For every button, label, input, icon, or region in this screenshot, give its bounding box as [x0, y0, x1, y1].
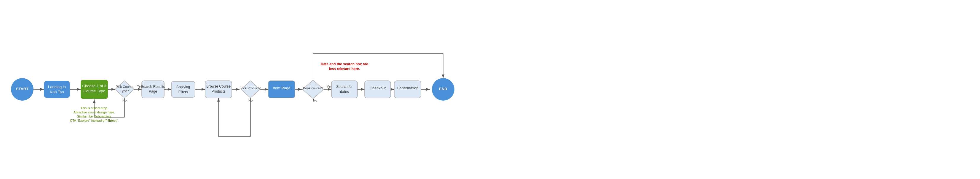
checkout-label: Checkout — [370, 86, 386, 90]
choose-label-2: Course Type — [83, 89, 105, 93]
browse-course-label-2: Products — [212, 90, 225, 94]
annotation-green-line4: CTA "Explore" instead of "Select". — [70, 119, 119, 122]
flowchart-diagram: START Landing in Koh Tao Choose 1 of 3 C… — [0, 0, 980, 179]
applying-filters-node — [171, 82, 195, 97]
choose-label-1: Choose 1 of 3 — [83, 84, 107, 88]
search-dates-node — [331, 81, 358, 98]
search-dates-label-2: dates — [340, 90, 348, 94]
applying-filters-label-2: Filters — [178, 90, 188, 94]
pick-product-label: Pick Product? — [240, 86, 261, 90]
browse-course-label-1: Browse Course — [206, 84, 231, 88]
no3-label-top: No — [313, 99, 317, 102]
start-label: START — [16, 87, 29, 91]
annotation-red-line1: Date and the search box are — [321, 62, 368, 66]
item-page-label: Item Page — [273, 86, 290, 90]
landing-node — [44, 81, 70, 98]
confirmation-label: Confirmation — [397, 86, 418, 90]
applying-filters-label-1: Applying — [177, 85, 190, 89]
landing-label-2: Koh Tao — [50, 90, 64, 94]
annotation-green-line1: This is critical step. — [81, 106, 108, 110]
annotation-red-line2: less relevant here. — [329, 67, 360, 71]
search-results-label-2: Page — [149, 90, 157, 94]
search-results-label-1: Search Results — [141, 85, 165, 89]
annotation-green-line3: Similar like Onboarding, — [77, 115, 112, 118]
landing-label-1: Landing in — [48, 85, 66, 89]
search-dates-label-1: Search for — [336, 85, 352, 89]
book-course-label: Book course? — [303, 86, 323, 90]
end-label: END — [439, 87, 447, 91]
pick-course-label-1: Pick Course — [116, 85, 133, 88]
pick-course-label-2: Type? — [120, 89, 129, 93]
annotation-green-line2: Attractive visual design here. — [73, 110, 115, 114]
